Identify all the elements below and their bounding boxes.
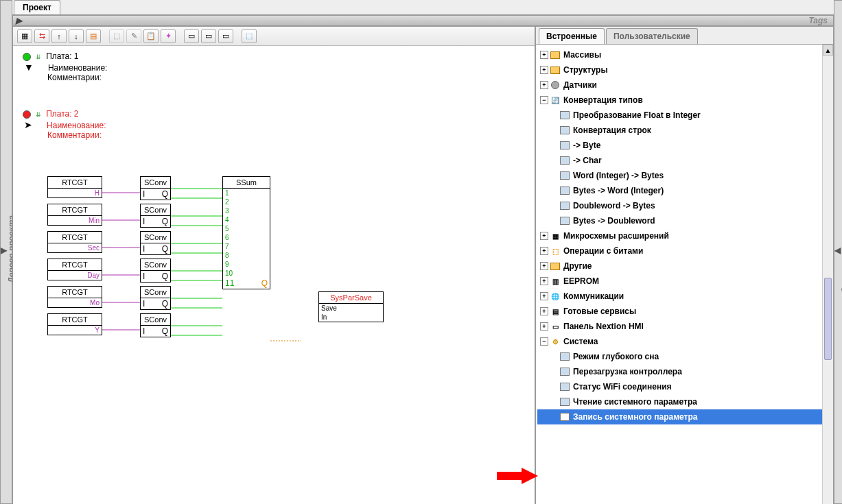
block-rtcgt-6[interactable]: RTCGT Y bbox=[47, 313, 102, 335]
tool-1[interactable]: ▦ bbox=[17, 29, 32, 43]
tree-services[interactable]: +▤Готовые сервисы bbox=[537, 304, 832, 319]
component-tree[interactable]: +Массивы +Структуры +Датчики −🔄Конвертац… bbox=[536, 45, 833, 504]
tool-8[interactable]: 📋 bbox=[143, 29, 159, 43]
block-rtcgt-4[interactable]: RTCGT Day bbox=[47, 259, 102, 280]
tree-conv-7[interactable]: Bytes -> Doubleword bbox=[537, 213, 832, 228]
tree-system-2[interactable]: Статус WiFi соединения bbox=[537, 379, 832, 394]
tree-conv-0[interactable]: Преобразование Float в Integer bbox=[537, 108, 832, 123]
tree-structs[interactable]: +Структуры bbox=[537, 62, 832, 77]
library-tabs: Встроенные Пользовательские bbox=[536, 27, 833, 45]
tree-system-4-selected[interactable]: Запись системного параметра bbox=[537, 409, 832, 424]
tree-system[interactable]: −⚙Система bbox=[537, 334, 832, 349]
tags-strip: ▶ Tags bbox=[12, 15, 834, 26]
left-sidebar-rail[interactable]: ▶ Дерево проекта bbox=[0, 0, 12, 504]
block-sconv-2[interactable]: SConv IQ bbox=[140, 204, 171, 228]
tool-down[interactable]: ↓ bbox=[69, 29, 84, 43]
top-tabs: Проект bbox=[12, 0, 834, 15]
play-icon: ▶ bbox=[16, 16, 22, 25]
editor-pane: ▦ ⇆ ↑ ↓ ▤ ⬚ ✎ 📋 ✦ ▭ ▭ ▭ ⬚ bbox=[12, 26, 535, 504]
project-tab[interactable]: Проект bbox=[14, 0, 60, 14]
block-sconv-4[interactable]: SConv IQ bbox=[140, 259, 171, 283]
tree-conv-3[interactable]: -> Char bbox=[537, 153, 832, 168]
block-sysparsave[interactable]: SysParSave Save In bbox=[318, 291, 384, 322]
block-rtcgt-5[interactable]: RTCGT Mo bbox=[47, 286, 102, 308]
tool-12[interactable]: ▭ bbox=[218, 29, 233, 43]
tree-other[interactable]: +Другие bbox=[537, 259, 832, 274]
tree-conv-6[interactable]: Doubleword -> Bytes bbox=[537, 198, 832, 213]
scroll-up-icon[interactable]: ▲ bbox=[823, 45, 833, 56]
tree-system-0[interactable]: Режим глубокого сна bbox=[537, 349, 832, 364]
tool-13[interactable]: ⬚ bbox=[242, 29, 257, 43]
tool-2[interactable]: ⇆ bbox=[34, 29, 49, 43]
tool-9[interactable]: ✦ bbox=[161, 29, 176, 43]
scroll-thumb[interactable] bbox=[824, 278, 832, 360]
tree-arrays[interactable]: +Массивы bbox=[537, 47, 832, 62]
tree-micro[interactable]: +▦Микросхемы расширений bbox=[537, 228, 832, 243]
tab-builtin[interactable]: Встроенные bbox=[539, 28, 605, 44]
tree-nextion[interactable]: +▭Панель Nextion HMI bbox=[537, 319, 832, 334]
block-sconv-6[interactable]: SConv IQ bbox=[140, 313, 171, 337]
tree-conv-5[interactable]: Bytes -> Word (Integer) bbox=[537, 183, 832, 198]
block-rtcgt-3[interactable]: RTCGT Sec bbox=[47, 231, 102, 253]
tool-10[interactable]: ▭ bbox=[184, 29, 199, 43]
component-library-pane: Встроенные Пользовательские +Массивы +Ст… bbox=[535, 26, 834, 504]
expand-right-icon: ▶ bbox=[1, 246, 7, 256]
editor-toolbar: ▦ ⇆ ↑ ↓ ▤ ⬚ ✎ 📋 ✦ ▭ ▭ ▭ ⬚ bbox=[13, 27, 535, 46]
tree-conv[interactable]: −🔄Конвертация типов bbox=[537, 93, 832, 108]
tree-sensors[interactable]: +Датчики bbox=[537, 77, 832, 93]
tree-comm[interactable]: +🌐Коммуникации bbox=[537, 289, 832, 304]
right-sidebar-rail[interactable]: ◀ Библиотека компонентов bbox=[834, 0, 842, 504]
tab-user[interactable]: Пользовательские bbox=[606, 28, 698, 44]
tree-conv-2[interactable]: -> Byte bbox=[537, 138, 832, 153]
tree-conv-1[interactable]: Конвертация строк bbox=[537, 123, 832, 138]
block-sconv-1[interactable]: SConv IQ bbox=[140, 176, 171, 200]
block-rtcgt-2[interactable]: RTCGT Min bbox=[47, 204, 102, 226]
tool-up[interactable]: ↑ bbox=[51, 29, 67, 43]
tree-eeprom[interactable]: +▥EEPROM bbox=[537, 274, 832, 289]
tree-system-1[interactable]: Перезагрузка контроллера bbox=[537, 364, 832, 379]
canvas[interactable]: ⇊ Плата: 1 ▼ Наименование: Комментарии: … bbox=[13, 46, 535, 504]
tree-bits[interactable]: +⬚Операции с битами bbox=[537, 243, 832, 259]
block-ssum[interactable]: SSum 1 2 3 4 5 6 7 8 9 10 bbox=[222, 176, 270, 289]
tool-7[interactable]: ✎ bbox=[126, 29, 141, 43]
block-sconv-5[interactable]: SConv IQ bbox=[140, 286, 171, 310]
tool-11[interactable]: ▭ bbox=[201, 29, 216, 43]
tool-6[interactable]: ⬚ bbox=[109, 29, 124, 43]
tool-5[interactable]: ▤ bbox=[86, 29, 101, 43]
tree-system-3[interactable]: Чтение системного параметра bbox=[537, 394, 832, 409]
tree-vscroll[interactable]: ▲ ▼ bbox=[822, 45, 833, 504]
tree-conv-4[interactable]: Word (Integer) -> Bytes bbox=[537, 168, 832, 183]
block-rtcgt-1[interactable]: RTCGT H bbox=[47, 176, 102, 198]
expand-left-icon: ◀ bbox=[834, 246, 841, 256]
tags-label: Tags bbox=[808, 16, 828, 25]
block-sconv-3[interactable]: SConv IQ bbox=[140, 231, 171, 255]
